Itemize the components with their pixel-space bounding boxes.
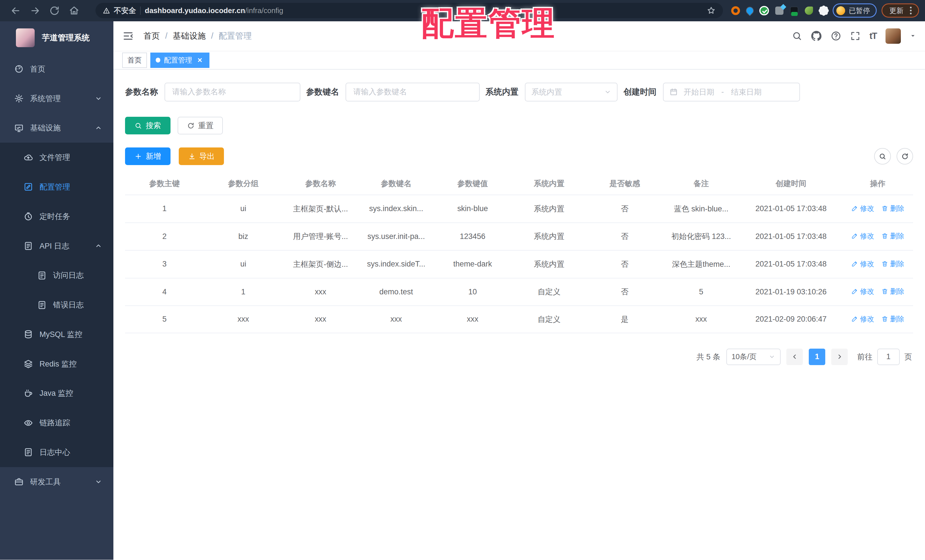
filter-key-input[interactable] <box>345 83 479 101</box>
breadcrumb-item-1[interactable]: 基础设施 <box>173 30 206 42</box>
sidebar-item-6[interactable]: API 日志 <box>0 231 113 261</box>
sidebar-logo[interactable]: 芋道管理系统 <box>0 21 113 54</box>
menu-fold-icon[interactable] <box>122 30 134 42</box>
export-button[interactable]: 导出 <box>179 148 224 165</box>
next-page-button[interactable] <box>831 349 848 365</box>
row-edit-link[interactable]: 修改 <box>851 287 874 296</box>
filter-builtin-label: 系统内置 <box>485 86 518 98</box>
pagination-total: 共 5 条 <box>696 352 720 362</box>
search-icon[interactable] <box>792 31 802 41</box>
cell-group: ui <box>204 204 282 213</box>
row-delete-label: 删除 <box>890 259 904 268</box>
sidebar-item-5[interactable]: 定时任务 <box>0 202 113 231</box>
bookmark-star-icon[interactable] <box>707 6 716 15</box>
breadcrumb-item-0[interactable]: 首页 <box>143 30 160 42</box>
row-delete-link[interactable]: 删除 <box>881 287 904 296</box>
browser-reload-icon[interactable] <box>49 5 60 16</box>
cell-name: 主框架页-侧边... <box>283 259 359 269</box>
row-edit-label: 修改 <box>860 259 874 268</box>
sidebar-item-8[interactable]: 错误日志 <box>0 290 113 320</box>
sidebar-item-1[interactable]: 系统管理 <box>0 84 113 113</box>
fullscreen-icon[interactable] <box>850 31 860 41</box>
row-delete-link[interactable]: 删除 <box>881 314 904 324</box>
address-bar[interactable]: 不安全 dashboard.yudao.iocoder.cn/infra/con… <box>95 3 723 18</box>
refresh-table-button[interactable] <box>896 148 913 164</box>
extension-green-check-icon[interactable] <box>759 6 769 15</box>
row-edit-link[interactable]: 修改 <box>851 231 874 241</box>
sidebar-item-13[interactable]: 日志中心 <box>0 438 113 467</box>
tab-0[interactable]: 首页 <box>122 53 147 68</box>
search-button[interactable]: 搜索 <box>125 117 170 134</box>
edit-square-icon <box>24 182 33 191</box>
sidebar-item-10[interactable]: Redis 监控 <box>0 349 113 379</box>
browser-back-icon[interactable] <box>10 5 21 16</box>
cell-id: 5 <box>125 315 204 324</box>
security-chip[interactable]: 不安全 <box>102 6 136 16</box>
font-size-icon[interactable]: tT <box>869 31 877 41</box>
column-header-5: 系统内置 <box>511 178 587 189</box>
chevron-down-icon <box>769 354 775 360</box>
url-text[interactable]: dashboard.yudao.iocoder.cn/infra/config <box>145 6 702 15</box>
tab-close-icon[interactable] <box>196 56 204 64</box>
extension-blue-pin-icon[interactable] <box>745 6 754 15</box>
extension-orange-ring-icon[interactable] <box>731 6 740 15</box>
filter-builtin-select[interactable]: 系统内置 <box>525 83 618 101</box>
cell-created: 2021-01-05 17:03:48 <box>740 232 842 241</box>
extension-gray-diamond-icon[interactable] <box>775 6 783 15</box>
plus-icon <box>134 152 142 160</box>
docs-help-icon[interactable] <box>831 31 841 41</box>
sidebar-item-7[interactable]: 访问日志 <box>0 260 113 290</box>
breadcrumb-separator: / <box>165 31 167 41</box>
browser-forward-icon[interactable] <box>30 5 41 16</box>
row-delete-link[interactable]: 删除 <box>881 231 904 241</box>
coffee-icon <box>24 389 33 398</box>
sidebar-item-4[interactable]: 配置管理 <box>0 172 113 202</box>
toggle-search-button[interactable] <box>874 148 890 164</box>
page-number-1[interactable]: 1 <box>809 349 825 365</box>
log-icon <box>24 241 33 251</box>
breadcrumb-separator: / <box>211 31 213 41</box>
add-button-label: 新增 <box>146 151 161 161</box>
prev-page-button[interactable] <box>786 349 803 365</box>
extension-green-leaf-icon[interactable] <box>805 6 813 15</box>
sidebar-item-2[interactable]: 基础设施 <box>0 113 113 143</box>
row-edit-link[interactable]: 修改 <box>851 204 874 213</box>
browser-home-icon[interactable] <box>68 5 80 16</box>
trash-icon <box>881 232 888 239</box>
cell-value: theme-dark <box>434 260 511 268</box>
github-icon[interactable] <box>811 31 821 41</box>
export-button-label: 导出 <box>199 151 215 161</box>
sidebar-item-14[interactable]: 研发工具 <box>0 467 113 497</box>
calendar-icon <box>669 88 678 96</box>
sidebar-item-11[interactable]: Java 监控 <box>0 379 113 408</box>
row-delete-link[interactable]: 删除 <box>881 259 904 268</box>
sidebar-item-0[interactable]: 首页 <box>0 54 113 84</box>
row-delete-link[interactable]: 删除 <box>881 204 904 213</box>
cell-created: 2021-01-05 17:03:48 <box>740 260 842 268</box>
extension-white-burst-icon[interactable] <box>818 5 830 17</box>
sidebar-item-12[interactable]: 链路追踪 <box>0 408 113 438</box>
tab-1[interactable]: 配置管理 <box>150 53 209 68</box>
add-button[interactable]: 新增 <box>125 148 170 165</box>
avatar-caret-down-icon[interactable] <box>910 33 916 39</box>
row-edit-link[interactable]: 修改 <box>851 314 874 324</box>
sidebar-item-label: 文件管理 <box>39 152 70 163</box>
browser-update-button[interactable]: 更新 <box>881 3 919 18</box>
extension-cn-badge-icon[interactable] <box>790 6 798 15</box>
chevron-down-icon <box>604 88 611 95</box>
cell-value: xxx <box>434 315 511 324</box>
cell-key: xxx <box>359 315 434 324</box>
sidebar-item-3[interactable]: 文件管理 <box>0 143 113 172</box>
sidebar-menu: 首页系统管理基础设施文件管理配置管理定时任务API 日志访问日志错误日志MySQ… <box>0 54 113 497</box>
page-size-select[interactable]: 10条/页 <box>726 349 780 365</box>
breadcrumb-item-2: 配置管理 <box>219 30 252 42</box>
filter-created-daterange[interactable]: 开始日期 - 结束日期 <box>663 83 800 101</box>
reset-button[interactable]: 重置 <box>178 117 223 134</box>
filter-name-input[interactable] <box>164 83 300 101</box>
goto-page-input[interactable] <box>877 349 900 365</box>
paused-extension-badge[interactable]: 已暂停 <box>833 3 877 18</box>
more-options-icon[interactable] <box>910 10 911 11</box>
sidebar-item-9[interactable]: MySQL 监控 <box>0 320 113 349</box>
row-edit-link[interactable]: 修改 <box>851 259 874 268</box>
user-avatar[interactable] <box>886 29 901 44</box>
